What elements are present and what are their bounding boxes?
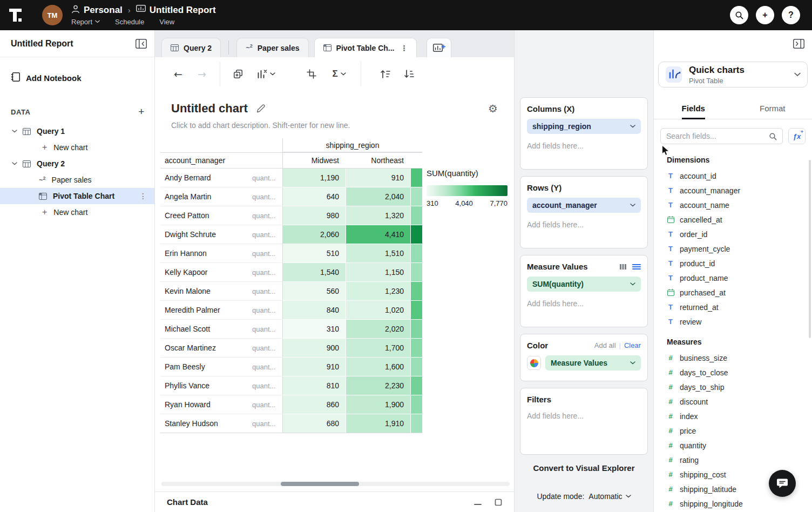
sidebar-item-new-chart-5[interactable]: +New chart [0,204,154,220]
columns-drop-placeholder[interactable]: Add fields here... [527,142,641,150]
pivot-row-label[interactable]: Kelly Kapoor [160,263,246,282]
pivot-cell[interactable]: 1,540 [282,263,346,282]
sort-descending-button[interactable] [400,65,418,83]
pivot-cell[interactable]: 980 [282,206,346,225]
maximize-icon[interactable] [495,498,502,506]
field-returned-at[interactable]: Treturned_at [654,300,812,314]
pivot-cell[interactable]: 1,230 [346,282,410,301]
color-field-pill[interactable]: Measure Values [545,355,641,370]
user-avatar[interactable]: TM [42,5,63,25]
field-quantity[interactable]: #quantity [654,438,812,453]
pivot-cell[interactable]: 510 [282,244,346,263]
field-business-size[interactable]: #business_size [654,351,812,365]
collapse-sidebar-button[interactable] [136,39,147,49]
pivot-cell[interactable]: 810 [282,376,346,395]
clear-link[interactable]: Clear [624,341,641,349]
chart-settings-button[interactable]: ⚙ [488,102,498,115]
pivot-cell[interactable]: 1,150 [346,263,410,282]
menu-schedule[interactable]: Schedule [115,18,144,26]
scrollbar-thumb[interactable] [281,482,359,486]
rows-drop-placeholder[interactable]: Add fields here... [527,220,641,229]
pivot-row-label[interactable]: Meredith Palmer [160,301,246,320]
pivot-row-label[interactable]: Ryan Howard [160,395,246,414]
filters-drop-placeholder[interactable]: Add fields here... [527,412,641,420]
field-review[interactable]: Treview [654,314,812,329]
pivot-row-label[interactable]: Stanley Hudson [160,414,246,433]
add-formula-button[interactable]: ƒx+ [788,128,806,144]
app-logo[interactable] [0,7,31,23]
chart-title[interactable]: Untitled chart [171,102,248,116]
add-all-link[interactable]: Add all [594,341,616,349]
pivot-cell[interactable]: 2,230 [346,376,410,395]
field-account-id[interactable]: Taccount_id [654,169,812,183]
sidebar-item-query-2-2[interactable]: Query 2 [0,156,154,172]
field-shipping-longitude[interactable]: #shipping_longitude [654,496,812,511]
tab-format[interactable]: Format [733,99,812,119]
field-index[interactable]: #index [654,409,812,423]
tab-fields[interactable]: Fields [654,99,733,119]
columns-view-icon[interactable] [619,263,627,271]
add-data-button[interactable]: + [138,106,145,118]
undo-button[interactable]: ← [169,65,187,83]
sidebar-item-pivot-table-chart-4[interactable]: Pivot Table Chart⋮ [0,188,154,204]
pivot-cell[interactable]: 560 [282,282,346,301]
chart-description-placeholder[interactable]: Click to add chart description. Shift-en… [171,121,498,130]
kebab-menu-icon[interactable]: ⋮ [139,192,147,200]
pivot-cell[interactable]: 2,060 [282,225,346,244]
field-account-name[interactable]: Taccount_name [654,198,812,212]
add-notebook-button[interactable]: Add Notebook [0,72,154,83]
pivot-row-label[interactable]: Andy Bernard [160,169,246,187]
transform-button[interactable] [302,65,321,83]
pivot-cell[interactable]: 4,410 [346,225,410,244]
edit-title-button[interactable] [256,104,265,113]
new-chart-tab-button[interactable] [427,38,451,57]
tab-pivot-table-ch[interactable]: Pivot Table Ch...⋮ [314,38,417,57]
pivot-cell[interactable]: 680 [282,414,346,433]
chevron-down-icon[interactable] [12,162,17,165]
pivot-cell[interactable]: 2,040 [346,187,410,206]
pivot-cell[interactable]: 1,910 [346,414,410,433]
field-days-to-close[interactable]: #days_to_close [654,365,812,380]
tab-paper-sales[interactable]: ~2Paper sales [236,38,308,57]
add-button[interactable]: + [756,6,774,24]
minimize-icon[interactable] [474,498,482,506]
sidebar-item-paper-sales-3[interactable]: ~2Paper sales [0,172,154,188]
field-rating[interactable]: #rating [654,453,812,467]
pivot-col-header-northeast[interactable]: Northeast [346,152,410,169]
pivot-cell[interactable]: 1,700 [346,339,410,358]
pivot-row-label[interactable]: Oscar Martinez [160,339,246,358]
quick-charts-selector[interactable]: Quick charts Pivot Table [658,62,808,87]
menu-view[interactable]: View [159,18,174,26]
pivot-row-label[interactable]: Erin Hannon [160,244,246,263]
aggregate-dropdown[interactable]: Σ [326,65,352,83]
fields-scrollbar[interactable] [809,160,811,338]
report-title[interactable]: Untitled Report [150,5,216,16]
field-cancelled-at[interactable]: cancelled_at [654,212,812,227]
collapse-right-panel-button[interactable] [793,39,804,49]
field-days-to-ship[interactable]: #days_to_ship [654,380,812,394]
tab-query-2[interactable]: Query 2 [161,38,221,57]
sidebar-item-query-1-0[interactable]: Query 1 [0,123,154,139]
pivot-row-label[interactable]: Phyllis Vance [160,376,246,395]
pivot-row-label[interactable]: Angela Martin [160,187,246,206]
search-button[interactable] [730,6,748,24]
pivot-cell[interactable]: 910 [282,358,346,376]
update-mode-dropdown[interactable]: Automatic [588,492,631,501]
field-account-manager[interactable]: Taccount_manager [654,183,812,198]
help-button[interactable]: ? [782,6,800,24]
pivot-cell[interactable]: 1,600 [346,358,410,376]
pivot-row-label[interactable]: Dwight Schrute [160,225,246,244]
pivot-row-label[interactable]: Michael Scott [160,320,246,339]
remove-chart-dropdown[interactable] [253,65,279,83]
chevron-down-icon[interactable] [12,130,17,133]
measure-pill[interactable]: SUM(quantity) [527,277,641,292]
convert-to-visual-explorer-button[interactable]: Convert to Visual Explorer [520,463,648,473]
columns-field-pill[interactable]: shipping_region [527,119,641,134]
color-swatch-button[interactable] [527,356,541,370]
field-payment-cycle[interactable]: Tpayment_cycle [654,241,812,256]
search-fields-box[interactable] [660,128,783,144]
horizontal-scrollbar[interactable] [161,482,510,486]
field-product-name[interactable]: Tproduct_name [654,271,812,285]
pivot-cell[interactable]: 860 [282,395,346,414]
pivot-cell[interactable]: 1,900 [346,395,410,414]
